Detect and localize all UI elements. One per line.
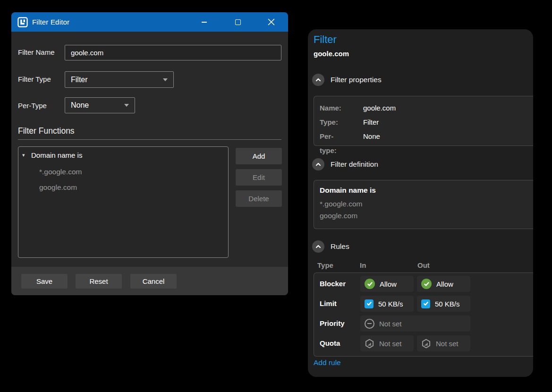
quota-in-value: Not set bbox=[379, 340, 402, 348]
filter-detail-panel: Filter goole.com Filter properties Name:… bbox=[308, 29, 533, 377]
check-circle-icon bbox=[421, 279, 432, 289]
property-value: Filter bbox=[363, 115, 379, 129]
hexagon-icon bbox=[421, 339, 431, 349]
section-filter-definition: Filter definition bbox=[312, 158, 378, 170]
blocker-out-button[interactable]: Allow bbox=[417, 276, 470, 292]
chevron-down-icon bbox=[124, 104, 129, 107]
quota-in-button[interactable]: Not set bbox=[360, 335, 414, 351]
minus-circle-icon bbox=[365, 319, 374, 329]
chevron-down-icon bbox=[163, 78, 168, 81]
limit-in-value: 50 KB/s bbox=[378, 300, 403, 308]
close-button[interactable] bbox=[255, 12, 288, 32]
rule-row-label: Quota bbox=[320, 339, 340, 348]
priority-value: Not set bbox=[379, 320, 402, 328]
filter-type-select[interactable]: Filter bbox=[65, 71, 174, 88]
edit-button[interactable]: Edit bbox=[236, 169, 282, 186]
chevron-up-icon bbox=[315, 161, 322, 168]
minimize-button[interactable] bbox=[187, 12, 221, 32]
limit-out-value: 50 KB/s bbox=[435, 300, 460, 308]
filter-functions-header: Filter Functions bbox=[18, 126, 75, 136]
chevron-up-icon bbox=[315, 243, 322, 250]
cancel-button[interactable]: Cancel bbox=[130, 274, 177, 289]
close-icon bbox=[268, 18, 275, 26]
titlebar[interactable]: Filter Editor bbox=[11, 12, 288, 32]
check-circle-icon bbox=[365, 279, 375, 289]
filter-editor-window: Filter Editor Filter Name Filter Type Fi… bbox=[11, 12, 288, 295]
rules-table: Blocker Allow Allow Limit 50 KB/s 50 KB bbox=[314, 273, 533, 357]
filter-type-value: Filter bbox=[71, 76, 88, 84]
per-type-label: Per-Type bbox=[18, 101, 47, 111]
tree-item-label: Domain name is bbox=[31, 151, 82, 159]
per-type-select[interactable]: None bbox=[65, 97, 135, 113]
column-header-in: In bbox=[360, 260, 366, 271]
section-rules: Rules bbox=[312, 240, 349, 253]
section-filter-properties: Filter properties bbox=[312, 74, 382, 86]
maximize-icon bbox=[235, 19, 241, 25]
panel-subtitle: goole.com bbox=[314, 48, 349, 60]
hexagon-icon bbox=[365, 339, 374, 349]
definition-box: Domain name is *.google.com google.com bbox=[314, 180, 533, 229]
priority-button[interactable]: Not set bbox=[360, 315, 470, 332]
collapse-properties-button[interactable] bbox=[312, 74, 324, 86]
add-rule-link[interactable]: Add rule bbox=[314, 357, 341, 368]
rule-row-label: Limit bbox=[320, 299, 337, 308]
divider bbox=[18, 139, 281, 140]
section-label: Filter definition bbox=[331, 160, 378, 169]
delete-button[interactable]: Delete bbox=[236, 190, 282, 207]
section-label: Rules bbox=[331, 242, 349, 251]
definition-item: google.com bbox=[320, 210, 357, 222]
filter-name-input[interactable] bbox=[65, 45, 281, 60]
filter-type-label: Filter Type bbox=[18, 75, 51, 84]
blocker-in-value: Allow bbox=[380, 280, 397, 288]
collapse-rules-button[interactable] bbox=[312, 240, 324, 253]
tree-item-child[interactable]: google.com bbox=[39, 183, 77, 192]
definition-item: *.google.com bbox=[320, 198, 362, 210]
limit-out-button[interactable]: 50 KB/s bbox=[417, 296, 470, 312]
section-label: Filter properties bbox=[331, 76, 382, 84]
maximize-button[interactable] bbox=[221, 12, 255, 32]
netlimiter-logo-icon bbox=[17, 17, 28, 27]
panel-title: Filter bbox=[314, 33, 337, 46]
blocker-in-button[interactable]: Allow bbox=[360, 276, 414, 292]
property-label: Per-type: bbox=[320, 129, 337, 158]
filter-name-label: Filter Name bbox=[18, 48, 55, 57]
filter-functions-list[interactable]: ▾ Domain name is *.google.com google.com bbox=[18, 146, 229, 258]
chevron-down-icon[interactable]: ▾ bbox=[22, 152, 31, 158]
quota-out-button[interactable]: Not set bbox=[417, 335, 470, 351]
tree-item-child[interactable]: *.google.com bbox=[39, 168, 82, 176]
blocker-out-value: Allow bbox=[436, 280, 453, 288]
window-title: Filter Editor bbox=[32, 18, 69, 26]
limit-in-button[interactable]: 50 KB/s bbox=[360, 296, 414, 312]
checkbox-checked-icon bbox=[365, 299, 374, 308]
column-header-out: Out bbox=[417, 260, 430, 271]
rule-row-label: Priority bbox=[320, 319, 345, 328]
save-button[interactable]: Save bbox=[21, 274, 68, 289]
property-value: goole.com bbox=[363, 101, 396, 115]
property-label: Name: bbox=[320, 101, 341, 115]
chevron-up-icon bbox=[315, 77, 322, 83]
properties-box: Name: goole.com Type: Filter Per-type: N… bbox=[314, 96, 533, 146]
quota-out-value: Not set bbox=[436, 340, 459, 348]
definition-function: Domain name is bbox=[320, 185, 376, 196]
reset-button[interactable]: Reset bbox=[76, 274, 122, 289]
rule-row-label: Blocker bbox=[320, 279, 346, 289]
checkbox-checked-icon bbox=[421, 299, 430, 308]
property-label: Type: bbox=[320, 115, 338, 129]
minimize-icon bbox=[202, 22, 207, 23]
per-type-value: None bbox=[71, 101, 89, 110]
tree-item-root[interactable]: ▾ Domain name is bbox=[22, 151, 82, 159]
add-button[interactable]: Add bbox=[236, 148, 282, 164]
window-controls bbox=[187, 12, 288, 32]
property-value: None bbox=[363, 129, 380, 144]
column-header-type: Type bbox=[317, 260, 333, 271]
dialog-footer: Save Reset Cancel bbox=[11, 267, 288, 295]
collapse-definition-button[interactable] bbox=[312, 158, 324, 170]
